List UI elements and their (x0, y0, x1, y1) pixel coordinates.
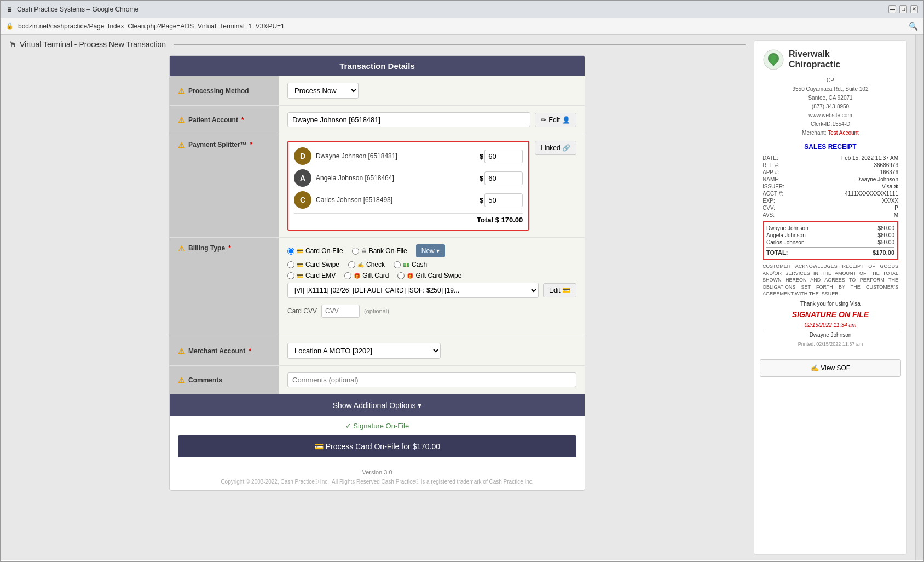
processing-method-section: ⚠ Processing Method Process Now (170, 76, 585, 106)
linked-button[interactable]: Linked 🔗 (535, 141, 576, 155)
patient-account-input[interactable] (287, 112, 530, 127)
patient-name-1: Dwayne Johnson [6518481] (316, 152, 475, 160)
billing-row-1: 💳 Card On-File 🏛 Bank On-File New ▾ (287, 244, 445, 257)
merchant-account-select[interactable]: Location A MOTO [3202] (287, 343, 441, 359)
required-asterisk: * (241, 116, 244, 124)
amount-input-3[interactable] (484, 193, 523, 207)
card-emv-radio[interactable] (287, 272, 294, 279)
card-swipe-radio[interactable] (287, 261, 294, 268)
name-value: Dwayne Johnson (856, 176, 898, 182)
required-asterisk-4: * (249, 347, 251, 355)
process-button[interactable]: 💳 Process Card On-File for $170.00 (178, 435, 576, 457)
gift-card-swipe-label: Gift Card Swipe (415, 272, 461, 279)
receipt-info: CP 9550 Cuyamaca Rd., Suite 102 Santee, … (763, 76, 898, 137)
gift-icon-2: 🎁 (407, 273, 413, 279)
warning-icon-6: ⚠ (178, 376, 185, 385)
page-title-text: Virtual Terminal - Process New Transacti… (20, 40, 166, 49)
processing-method-select[interactable]: Process Now (287, 83, 359, 99)
minimize-button[interactable]: — (888, 5, 896, 13)
show-additional-options-label: Show Additional Options ▾ (333, 401, 422, 410)
show-additional-options-button[interactable]: Show Additional Options ▾ (170, 394, 585, 416)
edit-label: Edit (548, 116, 560, 124)
amount-wrap-1: $ (480, 150, 523, 163)
comments-label-area: ⚠ Comments (170, 366, 279, 394)
receipt-city-state: Santee, CA 92071 (763, 94, 898, 102)
card-emv-option[interactable]: 💳 Card EMV (287, 272, 336, 279)
processing-method-content: Process Now (279, 76, 585, 105)
panel-title: Transaction Details (339, 61, 415, 71)
company-name: RiverwalkChiropractic (789, 49, 840, 70)
amount-input-1[interactable] (484, 150, 523, 163)
billing-type-label: Billing Type (188, 244, 225, 252)
receipt-title: SALES RECEIPT (763, 143, 898, 151)
date-label: DATE: (763, 155, 778, 161)
receipt-name-row: NAME: Dwayne Johnson (763, 176, 898, 182)
payment-splitter-label-area: ⚠ Payment Splitter™ * (170, 134, 279, 237)
acct-label: ACCT #: (763, 191, 783, 197)
card-select[interactable]: [VI] [X1111] [02/26] [DEFAULT CARD] [SOF… (287, 283, 539, 298)
card-on-file-radio[interactable] (287, 248, 294, 255)
pen-icon: ✍ (357, 262, 364, 268)
browser-titlebar: 🖥 Cash Practice Systems – Google Chrome … (1, 1, 923, 18)
card-on-file-option[interactable]: 💳 Card On-File (287, 247, 343, 255)
receipt-exp-row: EXP: XX/XX (763, 198, 898, 204)
avatar-2: A (294, 169, 311, 187)
card-swipe-option[interactable]: 💳 Card Swipe (287, 261, 339, 268)
gift-card-option[interactable]: 🎁 Gift Card (344, 272, 389, 279)
billing-type-label-area: ⚠ Billing Type * (170, 238, 279, 336)
receipt-header: RiverwalkChiropractic (763, 49, 898, 71)
issuer-value: Visa ✱ (882, 183, 898, 190)
gift-card-swipe-radio[interactable] (397, 272, 405, 279)
payment-splitter-section: ⚠ Payment Splitter™ * D Dwayne Johnson [… (170, 134, 585, 238)
bank-on-file-radio[interactable] (352, 248, 359, 255)
signature-label: ✓ Signature On-File (345, 422, 409, 430)
gift-card-swipe-option[interactable]: 🎁 Gift Card Swipe (397, 272, 461, 279)
merchant-account-section: ⚠ Merchant Account * Location A MOTO [32… (170, 336, 585, 366)
receipt-ref-row: REF #: 36686973 (763, 162, 898, 168)
cash-icon: 💵 (403, 262, 409, 268)
cvv-optional-label: (optional) (364, 308, 389, 314)
transaction-panel: Transaction Details ⚠ Processing Method … (169, 55, 585, 491)
check-option[interactable]: ✍ Check (348, 261, 385, 268)
bank-on-file-option[interactable]: 🏛 Bank On-File (352, 247, 407, 255)
acct-value: 4111XXXXXXXX1111 (845, 191, 898, 197)
receipt-phone: (877) 343-8950 (763, 102, 898, 111)
receipt-merchant: Merchant: Test Account (763, 129, 898, 137)
gift-card-radio[interactable] (344, 272, 351, 279)
scrollbar[interactable] (915, 35, 923, 560)
cash-label: Cash (412, 261, 427, 268)
patient-account-content: ✏ Edit 👤 (279, 106, 585, 134)
merchant-account-label-area: ⚠ Merchant Account * (170, 336, 279, 365)
edit-patient-button[interactable]: ✏ Edit 👤 (535, 113, 576, 127)
merchant-account-label: Merchant Account (188, 347, 245, 355)
splitter-row-3: C Carlos Johnson [6518493] $ (294, 191, 523, 209)
receipt-clerk: Clerk-ID:1554-D (763, 120, 898, 129)
close-button[interactable]: ✕ (910, 5, 918, 13)
ref-value: 36686973 (874, 162, 899, 168)
comments-section: ⚠ Comments (170, 366, 585, 394)
maximize-button[interactable]: □ (899, 5, 907, 13)
receipt-cvv-row: CVV: P (763, 205, 898, 211)
exp-value: XX/XX (882, 198, 898, 204)
cash-radio[interactable] (394, 261, 401, 268)
warning-icon-4: ⚠ (178, 244, 185, 253)
comments-input[interactable] (287, 372, 576, 387)
browser-addressbar: 🔒 bodzin.net/cashpractice/Page_Index_Cle… (1, 18, 923, 35)
amount-input-2[interactable] (484, 171, 523, 185)
payment-splitter-content: D Dwayne Johnson [6518481] $ A Angel (279, 134, 585, 237)
receipt-total-row: TOTAL: $170.00 (766, 247, 894, 256)
patient-name-3: Carlos Johnson [6518493] (316, 196, 475, 204)
edit-icon: ✏ (541, 116, 546, 124)
dollar-3: $ (480, 196, 483, 204)
receipt-total-label: TOTAL: (766, 249, 788, 256)
view-sof-button[interactable]: ✍ View SOF (760, 359, 901, 377)
splitter-total: Total $ 170.00 (294, 213, 523, 224)
search-icon[interactable]: 🔍 (909, 22, 918, 31)
browser-title: Cash Practice Systems – Google Chrome (17, 5, 884, 13)
new-button[interactable]: New ▾ (416, 244, 445, 257)
cash-option[interactable]: 💵 Cash (394, 261, 427, 268)
edit-card-button[interactable]: Edit 💳 (543, 283, 576, 297)
address-url[interactable]: bodzin.net/cashpractice/Page_Index_Clean… (18, 22, 904, 30)
cvv-input[interactable] (321, 305, 360, 318)
check-radio[interactable] (348, 261, 355, 268)
